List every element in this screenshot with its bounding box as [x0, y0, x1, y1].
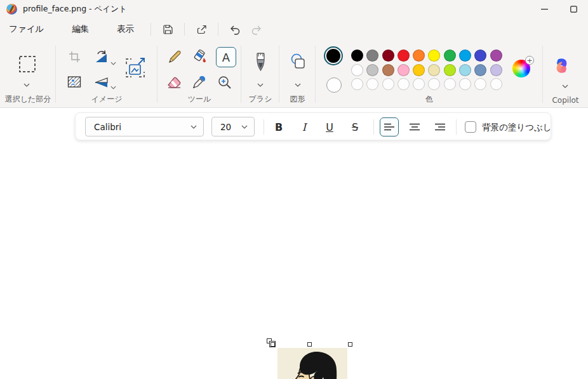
color-swatch[interactable]: [474, 50, 486, 62]
color-swatch[interactable]: [382, 64, 394, 76]
background-fill-checkbox[interactable]: [465, 121, 476, 133]
align-center-button[interactable]: [405, 117, 424, 136]
empty-color-swatch[interactable]: [490, 78, 502, 90]
color-swatch[interactable]: [382, 50, 394, 62]
chevron-down-icon[interactable]: [295, 77, 301, 90]
eraser-icon[interactable]: [166, 75, 182, 90]
align-right-button[interactable]: [431, 117, 450, 136]
selection-handle-n[interactable]: [307, 342, 312, 347]
maximize-button[interactable]: [559, 0, 588, 18]
bold-button[interactable]: B: [268, 117, 290, 137]
brush-icon[interactable]: [255, 52, 267, 72]
empty-color-swatch[interactable]: [366, 78, 378, 90]
fill-bucket-icon[interactable]: [192, 49, 208, 65]
empty-color-swatch[interactable]: [428, 78, 440, 90]
text-format-toolbar: Calibri 20 B I U S 背景の塗りつぶし: [75, 112, 551, 140]
empty-color-swatch[interactable]: [351, 78, 363, 90]
chevron-down-icon: [190, 125, 197, 129]
empty-color-swatch[interactable]: [413, 78, 425, 90]
empty-color-swatch[interactable]: [459, 78, 471, 90]
section-label-shapes: 図形: [279, 94, 316, 105]
shapes-icon[interactable]: [290, 53, 307, 70]
color-swatch[interactable]: [398, 64, 410, 76]
font-size-select[interactable]: 20: [211, 117, 255, 136]
color-swatch[interactable]: [351, 64, 363, 76]
resize-icon[interactable]: [124, 57, 146, 79]
divider: [456, 119, 457, 135]
color-swatch[interactable]: [366, 64, 378, 76]
color-swatch[interactable]: [413, 64, 425, 76]
share-button[interactable]: [190, 20, 212, 39]
color-swatch[interactable]: [444, 64, 456, 76]
color-swatch[interactable]: [366, 50, 378, 62]
menu-file[interactable]: ファイル: [3, 20, 50, 38]
app-chrome: profile_face.png - ペイント ファイル 編集 表示: [0, 0, 588, 108]
chevron-down-icon[interactable]: [110, 80, 116, 92]
empty-color-swatch[interactable]: [474, 78, 486, 90]
selected-image-portrait[interactable]: [277, 348, 347, 379]
color-swatch[interactable]: [490, 50, 502, 62]
color-swatch[interactable]: [444, 50, 456, 62]
minimize-button[interactable]: [530, 0, 559, 18]
ribbon-section-brush: ブラシ: [241, 41, 279, 108]
paint-palette-icon: [6, 4, 17, 15]
ribbon-section-tools: A: [157, 41, 241, 108]
empty-color-swatch[interactable]: [398, 78, 410, 90]
menu-edit[interactable]: 編集: [65, 20, 95, 38]
undo-button[interactable]: [224, 20, 246, 39]
divider: [184, 23, 185, 36]
align-left-button[interactable]: [380, 117, 399, 136]
chevron-down-icon[interactable]: [257, 77, 264, 90]
selection-rectangle-icon[interactable]: [18, 55, 37, 74]
section-label-image: イメージ: [56, 94, 157, 105]
color-swatch[interactable]: [398, 50, 410, 62]
window-title: profile_face.png - ペイント: [23, 4, 127, 15]
selection-handle-ne[interactable]: [348, 342, 352, 347]
divider: [150, 23, 151, 36]
chevron-down-icon[interactable]: [23, 77, 30, 90]
ribbon-section-selection: 選択した部分: [0, 41, 56, 108]
selection-handle-nw[interactable]: [271, 342, 275, 347]
canvas-selection[interactable]: [272, 344, 351, 379]
empty-color-swatch[interactable]: [444, 78, 456, 90]
underline-button[interactable]: U: [319, 117, 340, 137]
flip-icon[interactable]: [94, 76, 109, 89]
strikethrough-button[interactable]: S: [344, 117, 366, 137]
background-fill-label: 背景の塗りつぶし: [482, 122, 552, 133]
copilot-logo-icon[interactable]: [553, 57, 570, 74]
color-swatch[interactable]: [459, 64, 471, 76]
color-swatch[interactable]: [459, 50, 471, 62]
menu-view[interactable]: 表示: [110, 20, 140, 38]
add-color-icon[interactable]: +: [525, 56, 534, 65]
color-swatch[interactable]: [474, 64, 486, 76]
text-tool-icon[interactable]: A: [216, 47, 236, 67]
ribbon-section-copilot: Copilot: [543, 41, 588, 108]
magnifier-icon[interactable]: [218, 76, 232, 90]
color-swatch[interactable]: [490, 64, 502, 76]
chevron-down-icon[interactable]: [110, 56, 116, 68]
font-family-select[interactable]: Calibri: [85, 117, 204, 136]
titlebar: profile_face.png - ペイント: [0, 0, 588, 18]
italic-button[interactable]: I: [293, 117, 315, 137]
color-swatch[interactable]: [351, 50, 363, 62]
empty-color-swatch[interactable]: [382, 78, 394, 90]
section-label-brush: ブラシ: [241, 94, 279, 105]
chevron-down-icon[interactable]: [562, 79, 568, 91]
crop-icon[interactable]: [69, 51, 81, 63]
section-label-tools: ツール: [157, 94, 241, 105]
color-swatch[interactable]: [413, 50, 425, 62]
eyedropper-icon[interactable]: [192, 75, 206, 90]
save-button[interactable]: [157, 20, 178, 39]
color-swatch[interactable]: [428, 64, 440, 76]
redo-button[interactable]: [246, 20, 267, 39]
color1-swatch[interactable]: [324, 46, 343, 65]
pencil-icon[interactable]: [167, 50, 182, 65]
rotate-icon[interactable]: [94, 50, 109, 63]
paint-canvas[interactable]: [0, 109, 588, 379]
color-swatch[interactable]: [428, 50, 440, 62]
remove-background-icon[interactable]: [67, 75, 81, 89]
color2-swatch[interactable]: [326, 77, 342, 93]
chevron-down-icon: [241, 125, 248, 129]
divider: [373, 119, 374, 135]
ribbon-section-colors: + 色: [316, 41, 543, 108]
